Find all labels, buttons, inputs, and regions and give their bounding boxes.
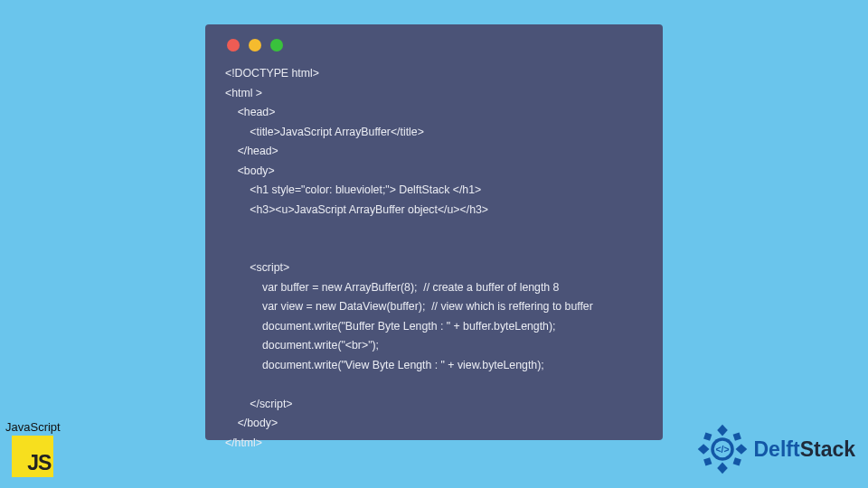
brand-first: Delft — [754, 437, 800, 461]
delftstack-logo-icon: </> — [696, 423, 749, 475]
code-block: <!DOCTYPE html> <html > <head> <title>Ja… — [225, 64, 643, 453]
svg-marker-5 — [732, 432, 741, 440]
svg-marker-3 — [735, 444, 747, 455]
maximize-icon — [270, 39, 283, 52]
delftstack-wordmark: DelftStack — [754, 437, 856, 462]
svg-marker-0 — [717, 425, 728, 436]
code-window: <!DOCTYPE html> <html > <head> <title>Ja… — [205, 24, 663, 440]
javascript-logo-text: JS — [27, 451, 51, 475]
svg-marker-1 — [717, 463, 728, 474]
brand-second: Stack — [800, 437, 855, 461]
javascript-badge: JavaScript JS — [5, 420, 61, 477]
svg-marker-7 — [732, 457, 741, 465]
close-icon — [227, 39, 240, 52]
delftstack-brand: </> DelftStack — [696, 423, 856, 475]
javascript-logo-icon: JS — [12, 436, 53, 477]
svg-marker-6 — [703, 457, 712, 465]
svg-marker-4 — [703, 432, 712, 440]
svg-text:</>: </> — [715, 445, 729, 455]
window-controls — [227, 39, 643, 52]
svg-marker-2 — [697, 444, 709, 455]
minimize-icon — [249, 39, 261, 52]
javascript-label: JavaScript — [5, 420, 61, 434]
